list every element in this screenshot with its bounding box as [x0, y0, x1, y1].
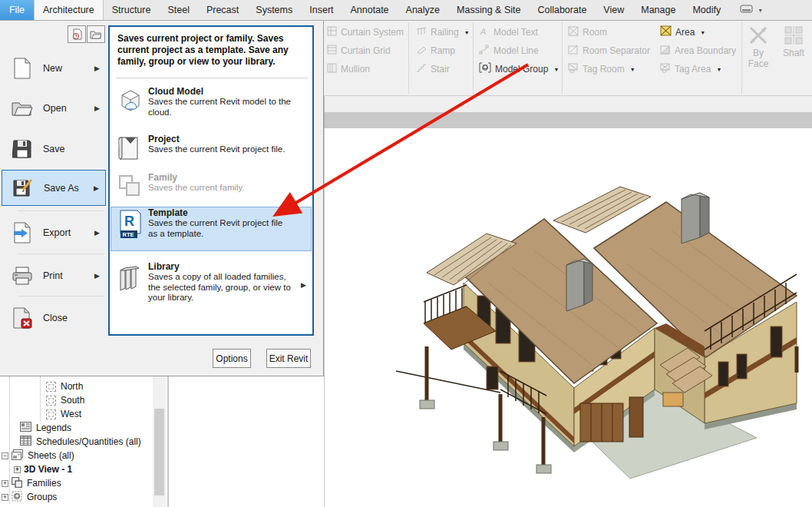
tree-item-families[interactable]: + Families [2, 476, 61, 490]
ribbon-button-room[interactable]: Room [568, 24, 607, 41]
tab-annotate[interactable]: Annotate [342, 0, 398, 20]
tree-item-legends[interactable]: Legends [20, 421, 71, 435]
file-menu-item-new[interactable]: New ▶ [2, 50, 106, 86]
scrollbar-thumb[interactable] [154, 409, 164, 495]
recent-documents-button[interactable] [68, 25, 86, 43]
tree-item-3d-view-1[interactable]: + 3D View - 1 [14, 462, 72, 476]
ribbon-button-model-line[interactable]: Model Line [479, 42, 539, 59]
ribbon-panel-icon [740, 3, 754, 17]
families-icon [12, 477, 22, 490]
ribbon-button-ramp[interactable]: Ramp [416, 42, 455, 59]
tree-item-sheets[interactable]: − Sheets (all) [2, 449, 74, 462]
model-text-icon: A [479, 25, 490, 39]
tree-item-revit-links[interactable]: + Revit Links [2, 504, 57, 507]
file-menu-button[interactable]: File [0, 0, 34, 20]
ramp-icon [416, 44, 427, 58]
tab-steel[interactable]: Steel [159, 0, 198, 20]
ribbon-button-railing[interactable]: Railing ▼ [416, 24, 470, 41]
model-line-icon [479, 44, 490, 58]
tree-item-groups[interactable]: + Groups [2, 490, 57, 504]
tab-view[interactable]: View [595, 0, 632, 20]
tab-systems[interactable]: Systems [247, 0, 301, 20]
flyout-item-library[interactable]: Library Saves a copy of all loaded famil… [111, 261, 311, 309]
file-menu-item-open[interactable]: Open ▶ [2, 90, 106, 126]
expand-expander-icon[interactable]: + [2, 480, 8, 487]
ribbon-button-shaft[interactable]: Shaft [777, 25, 810, 58]
curtain-system-icon [327, 25, 337, 39]
panel-divider[interactable] [167, 376, 169, 507]
options-button[interactable]: Options [213, 349, 251, 368]
flyout-arrow-icon: ▶ [94, 272, 100, 280]
ribbon-display-toggle[interactable]: ▼ [740, 0, 763, 20]
file-menu-item-save[interactable]: Save [2, 131, 106, 167]
ribbon-button-by-face[interactable]: ByFace [741, 25, 775, 69]
ribbon-button-curtain-grid[interactable]: Curtain Grid [327, 42, 391, 59]
menu-separator [18, 210, 104, 211]
ribbon-button-stair[interactable]: Stair [416, 61, 450, 78]
tag-room-icon [568, 62, 579, 76]
ribbon-button-area-boundary[interactable]: Area Boundary [660, 42, 736, 59]
ribbon-button-tag-room[interactable]: Tag Room ▼ [568, 61, 635, 78]
panel-separator [562, 22, 563, 94]
ribbon-button-mullion[interactable]: Mullion [327, 61, 370, 78]
view-title-strip [324, 112, 812, 128]
schedule-icon [20, 436, 31, 448]
chevron-down-icon: ▼ [758, 8, 763, 13]
ribbon-button-room-separator[interactable]: Room Separator [568, 42, 650, 59]
tree-item-schedules[interactable]: Schedules/Quantities (all) [20, 435, 141, 449]
tab-analyze[interactable]: Analyze [398, 0, 448, 20]
file-menu-item-export[interactable]: Export ▶ [2, 214, 106, 250]
flyout-item-project[interactable]: Project Saves the current Revit project … [111, 134, 311, 171]
tab-modify[interactable]: Modify [684, 0, 729, 20]
template-rte-icon: RRTE [117, 209, 144, 243]
tree-item-north[interactable]: North [46, 379, 83, 393]
file-menu-item-close[interactable]: Close [2, 300, 106, 336]
expand-expander-icon[interactable]: + [2, 494, 8, 501]
drawing-area[interactable] [324, 128, 812, 507]
print-icon [11, 267, 34, 285]
menu-separator [18, 296, 104, 297]
tab-insert[interactable]: Insert [301, 0, 342, 20]
tree-item-south[interactable]: South [46, 393, 84, 407]
mullion-icon [327, 62, 337, 76]
ribbon-button-area[interactable]: Area ▼ [660, 24, 705, 41]
flyout-item-family[interactable]: Family Saves the current family. [111, 172, 311, 206]
tab-massing-site[interactable]: Massing & Site [448, 0, 529, 20]
house-3d-model [396, 173, 812, 482]
project-browser-scrollbar[interactable] [153, 376, 166, 507]
ribbon-button-curtain-system[interactable]: Curtain System [327, 24, 404, 41]
tag-area-icon [660, 62, 671, 76]
ribbon-button-tag-area[interactable]: Tag Area ▼ [660, 61, 721, 78]
expand-expander-icon[interactable]: + [14, 466, 21, 473]
menu-separator [18, 254, 104, 254]
railing-icon [416, 25, 427, 39]
ribbon-button-model-text[interactable]: A Model Text [479, 24, 538, 41]
flyout-description: Saves current project or family. Saves c… [117, 33, 306, 68]
tab-precast[interactable]: Precast [198, 0, 247, 20]
dropdown-arrow-icon: ▼ [716, 67, 721, 72]
flyout-item-cloud-model[interactable]: Cloud Model Saves the current Revit mode… [111, 86, 311, 126]
file-menu-item-print[interactable]: Print ▶ [2, 257, 106, 293]
elevation-view-icon [46, 396, 56, 406]
tab-structure[interactable]: Structure [104, 0, 160, 20]
collapse-expander-icon[interactable]: − [2, 452, 8, 459]
file-menu-item-save-as[interactable]: Save As ▶ [2, 170, 106, 206]
sheets-icon [12, 449, 23, 462]
dropdown-arrow-icon: ▼ [700, 30, 705, 35]
ribbon-button-model-group[interactable]: Model Group ▼ [479, 61, 559, 78]
file-menu-panel: New ▶ Open ▶ Save Save As ▶ Export ▶ Pri… [0, 21, 324, 376]
tab-collaborate[interactable]: Collaborate [529, 0, 595, 20]
dropdown-arrow-icon: ▼ [630, 67, 635, 72]
model-group-icon [479, 62, 491, 76]
exit-revit-button[interactable]: Exit Revit [266, 349, 311, 368]
tree-item-west[interactable]: West [46, 407, 81, 421]
recent-documents-icon [71, 28, 83, 40]
open-documents-button[interactable] [87, 25, 105, 43]
flyout-item-template[interactable]: RRTE Template Saves the current Revit pr… [111, 207, 312, 251]
flyout-arrow-icon: ▶ [94, 184, 99, 192]
tab-manage[interactable]: Manage [632, 0, 684, 20]
tab-architecture[interactable]: Architecture [34, 0, 104, 20]
elevation-view-icon [46, 382, 56, 392]
by-face-icon [748, 25, 768, 45]
flyout-arrow-icon: ▶ [94, 229, 100, 237]
